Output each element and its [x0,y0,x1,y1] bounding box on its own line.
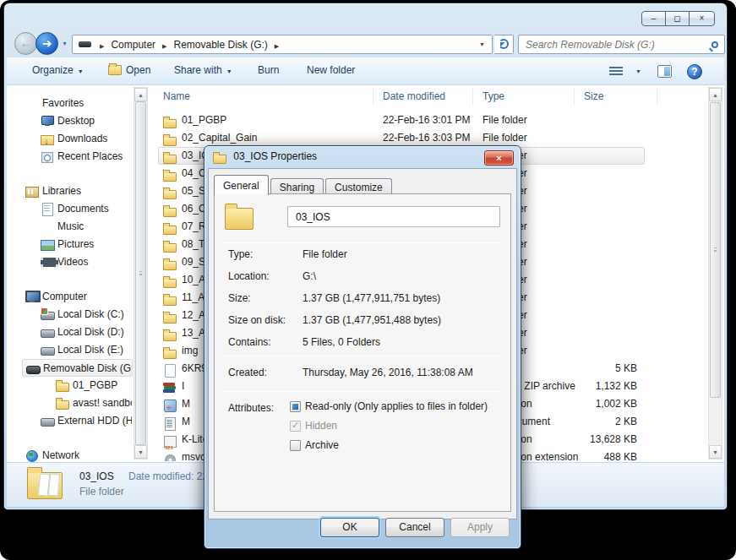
info-label: Contains: [228,336,271,348]
breadcrumb-segment[interactable]: Computer [109,39,157,51]
column-separator[interactable] [472,89,473,106]
sidebar-scrollbar[interactable]: ▲ ▼ [134,87,148,459]
help-button[interactable]: ? [687,64,702,79]
file-row[interactable]: 02_Capital_Gain22-Feb-16 3:03 PMFile fol… [150,129,708,147]
burn-button[interactable]: Burn [258,64,279,76]
sidebar-item-favorites[interactable]: Favorites [7,95,132,112]
minimize-button[interactable]: – [641,11,666,26]
info-value: File folder [303,248,347,260]
sidebar-item-avast-sandbox[interactable]: avast! sandbox [7,394,132,412]
preview-pane-button[interactable] [657,65,672,78]
info-row: Location:G:\ [215,270,510,287]
folder-icon [163,257,177,270]
file-type: File folder [482,129,527,147]
column-header-date-modified[interactable]: Date modified [383,90,445,102]
file-size: 13,628 KB [519,431,637,449]
recent-pages-dropdown-icon[interactable]: ▼ [62,41,68,46]
sidebar-item-label: Computer [42,291,87,302]
sidebar-item-libraries[interactable]: Libraries [7,182,132,200]
dialog-title: 03_IOS Properties [213,150,317,162]
file-type: File folder [482,111,527,129]
share-with-button[interactable]: Share with▼ [174,64,232,76]
checkbox-icon[interactable] [290,401,301,412]
address-dropdown-icon[interactable]: ▼ [472,41,492,47]
sidebar-item-label: avast! sandbox [73,397,132,409]
cancel-button[interactable]: Cancel [385,518,444,537]
change-view-button[interactable] [609,67,623,77]
file-name: M [182,413,190,431]
list-scroll-thumb[interactable] [710,102,721,398]
views-dropdown-icon[interactable]: ▼ [635,68,641,74]
tab-general[interactable]: General [214,175,269,195]
file-date: 22-Feb-16 3:03 PM [383,129,470,147]
info-row: Contains:5 Files, 0 Folders [215,336,510,353]
scroll-down-icon[interactable]: ▼ [709,445,722,459]
column-separator[interactable] [373,89,373,106]
info-row: Size:1.37 GB (1,477,911,751 bytes) [215,292,510,309]
network-icon [25,449,39,462]
column-header-name[interactable]: Name [163,90,190,102]
close-button[interactable]: × [689,11,715,26]
refresh-button[interactable] [494,35,514,54]
checkbox-label: Read-only (Only applies to files in fold… [305,400,488,412]
folder-icon [163,221,177,235]
forward-button[interactable]: ➜ [35,32,58,55]
dialog-close-button[interactable]: × [484,150,514,166]
folder-icon [163,186,177,199]
sidebar-item-label: Local Disk (C:) [57,308,124,320]
sidebar-item-local-disk-c[interactable]: Local Disk (C:) [7,306,132,323]
sidebar-item-local-disk-d[interactable]: Local Disk (D:) [7,323,132,341]
sidebar-item-01-pgbp[interactable]: 01_PGBP [7,377,132,394]
drive-icon [79,41,91,47]
column-header-size[interactable]: Size [584,90,603,102]
scroll-up-icon[interactable]: ▲ [709,88,722,101]
sidebar-item-recent-places[interactable]: Recent Places [7,148,132,166]
back-button[interactable]: ← [14,32,37,55]
sidebar-item-network[interactable]: Network [7,447,132,462]
info-value: 1.37 GB (1,477,911,751 bytes) [303,292,440,304]
sidebar-item-external-hdd-h[interactable]: External HDD (H:) [7,412,132,430]
info-label: Size on disk: [228,314,286,326]
breadcrumb-segment[interactable]: Removable Disk (G:) [172,39,269,51]
sidebar-scroll-thumb[interactable] [135,101,146,445]
column-header-type[interactable]: Type [482,90,504,102]
properties-dialog: 03_IOS Properties × GeneralSharingCustom… [204,145,521,549]
sidebar-item-downloads[interactable]: Downloads [7,130,132,148]
sidebar-item-local-disk-e[interactable]: Local Disk (E:) [7,341,132,359]
file-size: 488 KB [519,449,637,461]
file-date: 22-Feb-16 3:01 PM [383,111,470,129]
general-tab-panel: 03_IOS Type:File folderLocation:G:\Size:… [214,193,511,512]
sidebar-item-desktop[interactable]: Desktop [7,112,132,130]
sidebar-item-removable-disk-g[interactable]: Removable Disk (G:) [22,359,133,377]
checkbox-icon[interactable] [290,440,301,451]
info-value: G:\ [303,270,316,282]
address-bar[interactable]: ▶Computer▶Removable Disk (G:)▶ ▼ [72,35,493,54]
scroll-down-icon[interactable]: ▼ [134,445,147,459]
sidebar-item-videos[interactable]: Videos [7,253,132,271]
column-separator[interactable] [657,89,657,106]
new-folder-button[interactable]: New folder [307,64,355,76]
sidebar-item-pictures[interactable]: Pictures [7,236,132,253]
breadcrumb: ▶Computer▶Removable Disk (G:)▶ [95,39,284,51]
search-input[interactable]: Search Removable Disk (G:) [518,35,725,54]
maximize-button[interactable]: ◻ [665,11,690,26]
open-button[interactable]: Open [108,64,150,76]
selected-item-type: File folder [79,486,124,497]
apply-button[interactable]: Apply [450,518,510,537]
sidebar-item-music[interactable]: Music [7,218,132,236]
organize-button[interactable]: Organize▼ [32,64,84,76]
column-separator[interactable] [574,89,575,106]
scroll-up-icon[interactable]: ▲ [134,88,147,101]
created-value: Thursday, May 26, 2016, 11:38:08 AM [303,367,473,378]
sidebar-item-documents[interactable]: Documents [7,200,132,218]
ok-button[interactable]: OK [320,518,379,537]
folder-name-input[interactable]: 03_IOS [287,206,500,227]
sidebar-item-label: Downloads [57,133,107,144]
sidebar-item-label: Local Disk (D:) [57,326,124,338]
file-row[interactable]: 01_PGBP22-Feb-16 3:01 PMFile folder [150,111,708,129]
sidebar-item-computer[interactable]: Computer [7,288,132,306]
klite-icon [163,434,177,448]
list-scrollbar[interactable]: ▲ ▼ [708,87,722,459]
chevron-down-icon: ▼ [74,68,84,74]
created-label: Created: [228,367,267,378]
